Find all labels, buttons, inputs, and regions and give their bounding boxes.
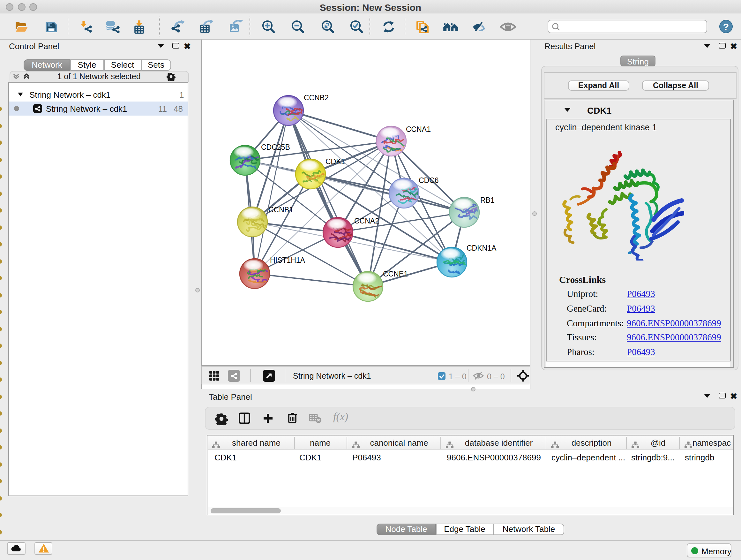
svg-text:CCNA1: CCNA1 bbox=[406, 125, 431, 133]
svg-text:HIST1H1A: HIST1H1A bbox=[270, 256, 306, 264]
svg-text:CDC6: CDC6 bbox=[419, 176, 439, 185]
svg-text:RB1: RB1 bbox=[480, 196, 495, 204]
svg-text:CCNE1: CCNE1 bbox=[383, 270, 408, 278]
svg-text:CDC25B: CDC25B bbox=[261, 143, 290, 151]
svg-text:CDK1: CDK1 bbox=[326, 158, 345, 166]
svg-text:CCNB2: CCNB2 bbox=[304, 94, 329, 102]
svg-text:CCNB1: CCNB1 bbox=[268, 206, 293, 214]
svg-text:CCNA2: CCNA2 bbox=[354, 217, 379, 225]
svg-text:CDKN1A: CDKN1A bbox=[467, 244, 496, 252]
